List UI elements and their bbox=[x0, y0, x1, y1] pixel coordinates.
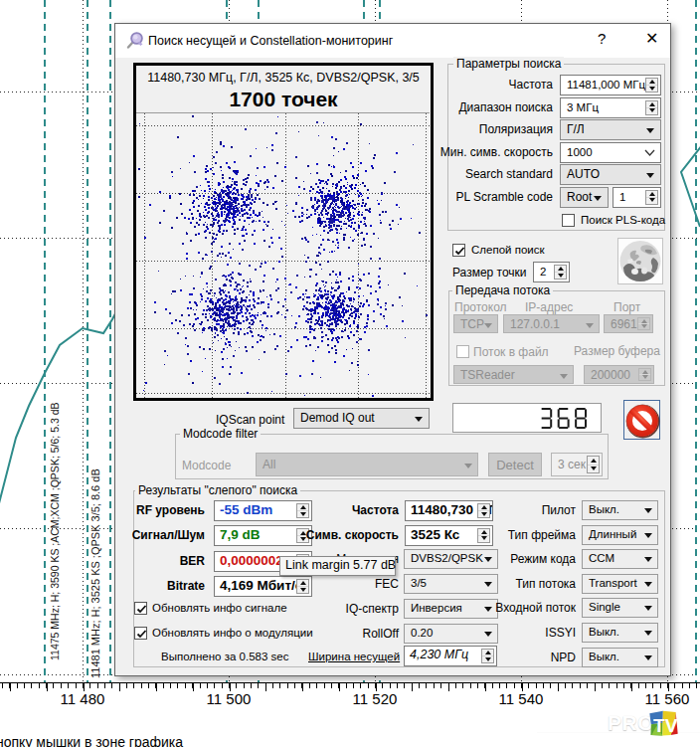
svg-text:TV: TV bbox=[653, 715, 678, 736]
